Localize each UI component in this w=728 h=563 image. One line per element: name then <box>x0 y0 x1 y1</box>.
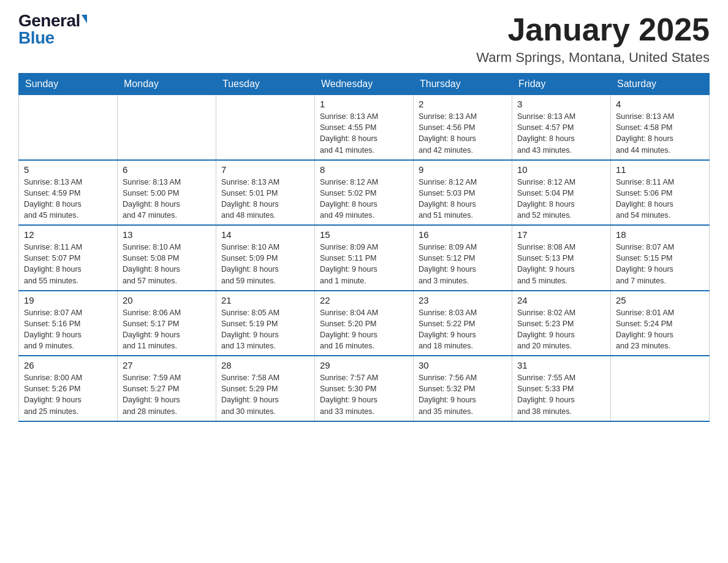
calendar-cell <box>611 356 710 421</box>
day-number: 17 <box>517 229 605 240</box>
day-number: 9 <box>419 164 507 175</box>
day-number: 19 <box>24 295 112 305</box>
day-number: 12 <box>24 229 112 240</box>
day-info: Sunrise: 7:56 AMSunset: 5:32 PMDaylight:… <box>419 372 507 417</box>
calendar-cell: 18Sunrise: 8:07 AMSunset: 5:15 PMDayligh… <box>611 225 710 291</box>
day-header-friday: Friday <box>512 74 611 95</box>
day-number: 15 <box>320 229 408 240</box>
location-title: Warm Springs, Montana, United States <box>476 50 710 66</box>
calendar-cell: 15Sunrise: 8:09 AMSunset: 5:11 PMDayligh… <box>315 225 414 291</box>
logo-general-text: General <box>18 12 80 29</box>
calendar-cell: 3Sunrise: 8:13 AMSunset: 4:57 PMDaylight… <box>512 95 611 160</box>
day-number: 23 <box>419 295 507 305</box>
day-info: Sunrise: 7:59 AMSunset: 5:27 PMDaylight:… <box>123 372 211 417</box>
calendar-cell: 22Sunrise: 8:04 AMSunset: 5:20 PMDayligh… <box>315 291 414 356</box>
day-number: 13 <box>123 229 211 240</box>
day-info: Sunrise: 8:13 AMSunset: 5:01 PMDaylight:… <box>221 177 309 221</box>
day-header-wednesday: Wednesday <box>315 74 414 95</box>
day-info: Sunrise: 8:10 AMSunset: 5:09 PMDaylight:… <box>221 242 309 286</box>
day-number: 4 <box>616 99 704 109</box>
day-number: 21 <box>221 295 309 305</box>
day-info: Sunrise: 8:12 AMSunset: 5:02 PMDaylight:… <box>320 177 408 221</box>
day-info: Sunrise: 8:03 AMSunset: 5:22 PMDaylight:… <box>419 307 507 352</box>
day-info: Sunrise: 8:02 AMSunset: 5:23 PMDaylight:… <box>517 307 605 352</box>
day-info: Sunrise: 8:12 AMSunset: 5:03 PMDaylight:… <box>419 177 507 221</box>
calendar-cell: 25Sunrise: 8:01 AMSunset: 5:24 PMDayligh… <box>611 291 710 356</box>
calendar-cell: 19Sunrise: 8:07 AMSunset: 5:16 PMDayligh… <box>19 291 118 356</box>
calendar-cell: 1Sunrise: 8:13 AMSunset: 4:55 PMDaylight… <box>315 95 414 160</box>
day-info: Sunrise: 8:00 AMSunset: 5:26 PMDaylight:… <box>24 372 112 417</box>
day-number: 26 <box>24 360 112 370</box>
month-title: January 2025 <box>476 12 710 47</box>
calendar-cell: 21Sunrise: 8:05 AMSunset: 5:19 PMDayligh… <box>216 291 315 356</box>
calendar-week-4: 19Sunrise: 8:07 AMSunset: 5:16 PMDayligh… <box>19 291 710 356</box>
calendar-cell: 31Sunrise: 7:55 AMSunset: 5:33 PMDayligh… <box>512 356 611 421</box>
day-info: Sunrise: 8:13 AMSunset: 4:58 PMDaylight:… <box>616 111 704 156</box>
calendar-week-5: 26Sunrise: 8:00 AMSunset: 5:26 PMDayligh… <box>19 356 710 421</box>
day-number: 8 <box>320 164 408 175</box>
calendar-cell: 5Sunrise: 8:13 AMSunset: 4:59 PMDaylight… <box>19 160 118 226</box>
day-info: Sunrise: 8:10 AMSunset: 5:08 PMDaylight:… <box>123 242 211 286</box>
calendar-week-3: 12Sunrise: 8:11 AMSunset: 5:07 PMDayligh… <box>19 225 710 291</box>
day-info: Sunrise: 8:13 AMSunset: 4:55 PMDaylight:… <box>320 111 408 156</box>
calendar-cell: 16Sunrise: 8:09 AMSunset: 5:12 PMDayligh… <box>414 225 512 291</box>
day-number: 20 <box>123 295 211 305</box>
day-info: Sunrise: 8:13 AMSunset: 4:57 PMDaylight:… <box>517 111 605 156</box>
calendar-cell: 28Sunrise: 7:58 AMSunset: 5:29 PMDayligh… <box>216 356 315 421</box>
day-number: 11 <box>616 164 704 175</box>
day-number: 27 <box>123 360 211 370</box>
day-number: 30 <box>419 360 507 370</box>
calendar-week-1: 1Sunrise: 8:13 AMSunset: 4:55 PMDaylight… <box>19 95 710 160</box>
logo: General Blue <box>18 12 87 47</box>
day-info: Sunrise: 8:07 AMSunset: 5:16 PMDaylight:… <box>24 307 112 352</box>
day-info: Sunrise: 8:11 AMSunset: 5:07 PMDaylight:… <box>24 242 112 286</box>
day-number: 18 <box>616 229 704 240</box>
calendar-body: 1Sunrise: 8:13 AMSunset: 4:55 PMDaylight… <box>19 95 710 421</box>
day-number: 14 <box>221 229 309 240</box>
day-info: Sunrise: 8:09 AMSunset: 5:12 PMDaylight:… <box>419 242 507 286</box>
calendar-cell: 10Sunrise: 8:12 AMSunset: 5:04 PMDayligh… <box>512 160 611 226</box>
day-header-tuesday: Tuesday <box>216 74 315 95</box>
calendar-cell <box>118 95 216 160</box>
calendar-cell: 20Sunrise: 8:06 AMSunset: 5:17 PMDayligh… <box>118 291 216 356</box>
day-info: Sunrise: 8:11 AMSunset: 5:06 PMDaylight:… <box>616 177 704 221</box>
day-number: 25 <box>616 295 704 305</box>
day-info: Sunrise: 8:13 AMSunset: 5:00 PMDaylight:… <box>123 177 211 221</box>
calendar-cell <box>19 95 118 160</box>
calendar-cell: 4Sunrise: 8:13 AMSunset: 4:58 PMDaylight… <box>611 95 710 160</box>
day-number: 28 <box>221 360 309 370</box>
logo-arrow-icon <box>82 15 87 23</box>
day-info: Sunrise: 7:58 AMSunset: 5:29 PMDaylight:… <box>221 372 309 417</box>
day-info: Sunrise: 7:55 AMSunset: 5:33 PMDaylight:… <box>517 372 605 417</box>
day-number: 7 <box>221 164 309 175</box>
day-header-monday: Monday <box>118 74 216 95</box>
day-header-sunday: Sunday <box>19 74 118 95</box>
day-info: Sunrise: 8:01 AMSunset: 5:24 PMDaylight:… <box>616 307 704 352</box>
day-info: Sunrise: 8:07 AMSunset: 5:15 PMDaylight:… <box>616 242 704 286</box>
calendar-week-2: 5Sunrise: 8:13 AMSunset: 4:59 PMDaylight… <box>19 160 710 226</box>
calendar-cell: 8Sunrise: 8:12 AMSunset: 5:02 PMDaylight… <box>315 160 414 226</box>
day-info: Sunrise: 8:05 AMSunset: 5:19 PMDaylight:… <box>221 307 309 352</box>
calendar-cell: 27Sunrise: 7:59 AMSunset: 5:27 PMDayligh… <box>118 356 216 421</box>
title-block: January 2025 Warm Springs, Montana, Unit… <box>476 12 710 66</box>
day-header-thursday: Thursday <box>414 74 512 95</box>
day-number: 22 <box>320 295 408 305</box>
day-info: Sunrise: 8:13 AMSunset: 4:59 PMDaylight:… <box>24 177 112 221</box>
calendar-cell: 6Sunrise: 8:13 AMSunset: 5:00 PMDaylight… <box>118 160 216 226</box>
day-headers-row: SundayMondayTuesdayWednesdayThursdayFrid… <box>19 74 710 95</box>
day-info: Sunrise: 8:09 AMSunset: 5:11 PMDaylight:… <box>320 242 408 286</box>
day-number: 24 <box>517 295 605 305</box>
logo-blue-text: Blue <box>18 29 87 47</box>
calendar-cell <box>216 95 315 160</box>
calendar-cell: 26Sunrise: 8:00 AMSunset: 5:26 PMDayligh… <box>19 356 118 421</box>
day-number: 6 <box>123 164 211 175</box>
calendar-cell: 17Sunrise: 8:08 AMSunset: 5:13 PMDayligh… <box>512 225 611 291</box>
calendar-cell: 11Sunrise: 8:11 AMSunset: 5:06 PMDayligh… <box>611 160 710 226</box>
day-info: Sunrise: 7:57 AMSunset: 5:30 PMDaylight:… <box>320 372 408 417</box>
calendar-table: SundayMondayTuesdayWednesdayThursdayFrid… <box>18 73 710 422</box>
day-info: Sunrise: 8:12 AMSunset: 5:04 PMDaylight:… <box>517 177 605 221</box>
page-header: General Blue January 2025 Warm Springs, … <box>18 12 710 66</box>
calendar-header: SundayMondayTuesdayWednesdayThursdayFrid… <box>19 74 710 95</box>
calendar-cell: 23Sunrise: 8:03 AMSunset: 5:22 PMDayligh… <box>414 291 512 356</box>
calendar-cell: 29Sunrise: 7:57 AMSunset: 5:30 PMDayligh… <box>315 356 414 421</box>
